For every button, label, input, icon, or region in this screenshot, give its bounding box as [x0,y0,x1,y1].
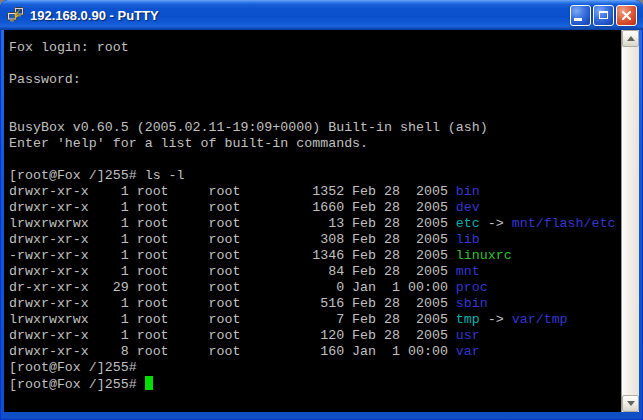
terminal-line: [root@Fox /]255# [9,376,621,392]
terminal-text: dr-xr-xr-x 29 root root 0 Jan 1 00:00 [9,280,456,295]
terminal-line: [root@Fox /]255# ls -l [9,168,621,184]
terminal-text: drwxr-xr-x 1 root root 1660 Feb 28 2005 [9,200,456,215]
terminal-line: drwxr-xr-x 8 root root 160 Jan 1 00:00 v… [9,344,621,360]
terminal-line: drwxr-xr-x 1 root root 120 Feb 28 2005 u… [9,328,621,344]
terminal-line: drwxr-xr-x 1 root root 1660 Feb 28 2005 … [9,200,621,216]
terminal-text: drwxr-xr-x 1 root root 1352 Feb 28 2005 [9,184,456,199]
terminal-text: etc [456,216,480,231]
terminal-text: linuxrc [456,248,512,263]
terminal-line: drwxr-xr-x 1 root root 84 Feb 28 2005 mn… [9,264,621,280]
terminal-line: Enter 'help' for a list of built-in comm… [9,136,621,152]
terminal-line: BusyBox v0.60.5 (2005.02.11-19:09+0000) … [9,120,621,136]
chevron-down-icon [627,401,635,406]
terminal-text: BusyBox v0.60.5 (2005.02.11-19:09+0000) … [9,120,488,135]
terminal-line: drwxr-xr-x 1 root root 1352 Feb 28 2005 … [9,184,621,200]
terminal-line: lrwxrwxrwx 1 root root 7 Feb 28 2005 tmp… [9,312,621,328]
terminal-text: sbin [456,296,488,311]
terminal-text: drwxr-xr-x 1 root root 84 Feb 28 2005 [9,264,456,279]
terminal-text: drwxr-xr-x 1 root root 308 Feb 28 2005 [9,232,456,247]
terminal-text: var [456,344,480,359]
terminal-text: proc [456,280,488,295]
terminal-text: var/tmp [512,312,568,327]
terminal-text: dev [456,200,480,215]
terminal-scrollbar [621,30,639,412]
terminal-line [9,56,621,72]
terminal-text: [root@Fox /]255# [9,360,137,375]
terminal-line: Fox login: root [9,40,621,56]
terminal-text: lrwxrwxrwx 1 root root 13 Feb 28 2005 [9,216,456,231]
terminal-text: drwxr-xr-x 1 root root 516 Feb 28 2005 [9,296,456,311]
terminal-line: Password: [9,72,621,88]
close-button[interactable] [616,5,637,26]
close-icon [621,10,632,21]
terminal-line: [root@Fox /]255# [9,360,621,376]
terminal-text: drwxr-xr-x 8 root root 160 Jan 1 00:00 [9,344,456,359]
minimize-button[interactable] [570,5,591,26]
terminal-text: -rwxr-xr-x 1 root root 1346 Feb 28 2005 [9,248,456,263]
terminal-text: mnt [456,264,480,279]
terminal-line [9,88,621,104]
titlebar[interactable]: 192.168.0.90 - PuTTY [0,0,643,30]
maximize-icon [599,11,608,19]
scrollbar-track[interactable] [622,47,639,395]
terminal-text: [root@Fox /]255# [9,377,145,392]
window-body: Fox login: rootPassword:BusyBox v0.60.5 … [0,30,643,416]
terminal-line [9,152,621,168]
terminal-text: usr [456,328,480,343]
chevron-up-icon [627,36,635,41]
putty-terminals-icon[interactable] [7,7,25,23]
terminal-output[interactable]: Fox login: rootPassword:BusyBox v0.60.5 … [4,30,621,412]
terminal-line: drwxr-xr-x 1 root root 308 Feb 28 2005 l… [9,232,621,248]
terminal-line: -rwxr-xr-x 1 root root 1346 Feb 28 2005 … [9,248,621,264]
terminal-text: Fox login: root [9,40,129,55]
terminal-text: mnt/flash/etc [512,216,616,231]
terminal-line: drwxr-xr-x 1 root root 516 Feb 28 2005 s… [9,296,621,312]
terminal-text: drwxr-xr-x 1 root root 120 Feb 28 2005 [9,328,456,343]
terminal-line: dr-xr-xr-x 29 root root 0 Jan 1 00:00 pr… [9,280,621,296]
terminal-text: Password: [9,72,81,87]
terminal-text: lrwxrwxrwx 1 root root 7 Feb 28 2005 [9,312,456,327]
terminal-line [9,104,621,120]
terminal-text: tmp [456,312,480,327]
window-title: 192.168.0.90 - PuTTY [30,8,570,23]
window-controls [570,5,637,26]
terminal-text: -> [480,216,512,231]
terminal-text: Enter 'help' for a list of built-in comm… [9,136,368,151]
terminal-text: [root@Fox /]255# ls -l [9,168,185,183]
terminal-text: lib [456,232,480,247]
terminal-text: -> [480,312,512,327]
maximize-button[interactable] [593,5,614,26]
terminal-text: bin [456,184,480,199]
minimize-icon [574,18,582,21]
scroll-down-button[interactable] [622,395,639,412]
scroll-up-button[interactable] [622,30,639,47]
terminal-cursor [145,376,153,390]
putty-window: 192.168.0.90 - PuTTY Fox login: rootPass… [0,0,643,420]
terminal-line: lrwxrwxrwx 1 root root 13 Feb 28 2005 et… [9,216,621,232]
